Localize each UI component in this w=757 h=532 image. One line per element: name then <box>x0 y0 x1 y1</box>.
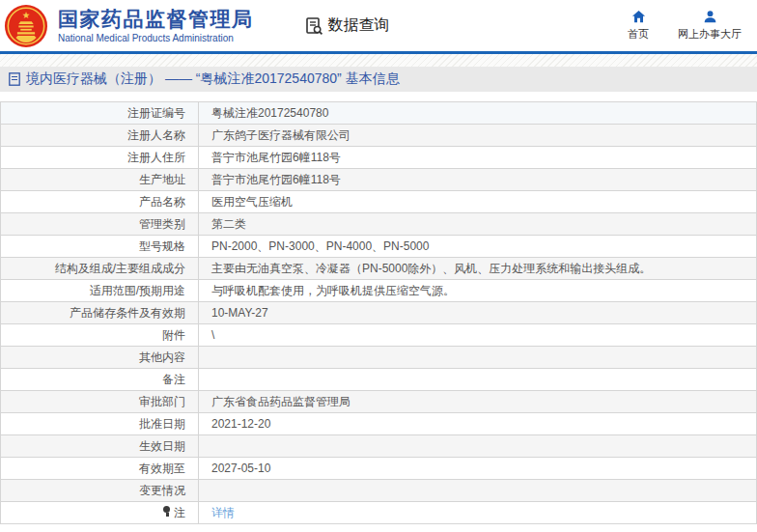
row-label-text: 其他内容 <box>139 350 185 364</box>
row-label: 注册人住所 <box>1 147 199 169</box>
row-value: 2021-12-20 <box>199 413 757 435</box>
row-value: 普宁市池尾竹园6幢118号 <box>199 169 757 191</box>
row-value: 10-MAY-27 <box>199 302 757 324</box>
row-label-text: 有效期至 <box>139 462 185 475</box>
row-value: 粤械注准20172540780 <box>199 102 757 125</box>
table-row: 注册人住所普宁市池尾竹园6幢118号 <box>1 147 757 169</box>
row-value-text: 普宁市池尾竹园6幢118号 <box>211 151 341 164</box>
detail-link[interactable]: 详情 <box>211 506 235 519</box>
row-value <box>199 347 757 369</box>
row-value: 广东省食品药品监督管理局 <box>199 391 757 413</box>
table-row: 型号规格PN-2000、PN-3000、PN-4000、PN-5000 <box>1 236 757 258</box>
row-label: 生产地址 <box>1 169 199 191</box>
row-label-text: 注册人住所 <box>127 151 185 164</box>
row-label-text: 型号规格 <box>139 239 185 253</box>
row-label-text: 适用范围/预期用途 <box>90 284 185 297</box>
row-label: 型号规格 <box>1 236 199 258</box>
page: ★ 国家药品监督管理局 National Medical Products Ad… <box>0 0 757 532</box>
row-label-text: 产品名称 <box>139 195 185 209</box>
gap-strip <box>0 92 757 101</box>
table-row: 审批部门广东省食品药品监督管理局 <box>1 391 757 413</box>
row-label: 变更情况 <box>1 480 199 502</box>
row-value: 普宁市池尾竹园6幢118号 <box>199 147 757 169</box>
table-row: 管理类别第二类 <box>1 213 757 236</box>
row-value: 2027-05-10 <box>199 458 757 480</box>
site-title: 国家药品监督管理局 <box>58 7 254 32</box>
row-label-text: 生效日期 <box>139 439 185 453</box>
row-label-text: 管理类别 <box>139 217 185 231</box>
row-value-text: 2021-12-20 <box>211 417 270 431</box>
header-right-nav: 首页 网上办事大厅 <box>628 10 757 42</box>
nav-online-hall[interactable]: 网上办事大厅 <box>678 10 742 42</box>
table-row: 备注 <box>1 369 757 391</box>
table-row: 注册证编号粤械注准20172540780 <box>1 102 757 125</box>
row-value <box>199 480 757 502</box>
row-value: 医用空气压缩机 <box>199 191 757 213</box>
table-row: 产品储存条件及有效期10-MAY-27 <box>1 302 757 324</box>
nav-data-query[interactable]: 数据查询 <box>304 15 390 36</box>
table-row: 批准日期2021-12-20 <box>1 413 757 435</box>
site-header: ★ 国家药品监督管理局 National Medical Products Ad… <box>0 0 757 54</box>
row-value-text: 广东省食品药品监督管理局 <box>211 395 350 408</box>
row-value-text: 广东鸽子医疗器械有限公司 <box>211 128 350 142</box>
hatch-strip <box>0 54 757 67</box>
table-row: 生产地址普宁市池尾竹园6幢118号 <box>1 169 757 191</box>
document-search-icon <box>304 16 323 36</box>
svg-text:★: ★ <box>22 10 31 20</box>
note-icon <box>162 506 171 518</box>
row-label-text: 备注 <box>162 373 185 386</box>
nav-home[interactable]: 首页 <box>628 10 649 42</box>
row-label: 注 <box>1 502 199 524</box>
row-label: 注册证编号 <box>1 102 199 125</box>
row-value-text: 10-MAY-27 <box>211 306 268 320</box>
row-value-text: 普宁市池尾竹园6幢118号 <box>211 173 341 186</box>
row-value-text: 主要由无油真空泵、冷凝器（PN-5000除外）、风机、压力处理系统和输出接头组成… <box>211 262 651 275</box>
row-label-text: 审批部门 <box>139 395 185 408</box>
table-row: 其他内容 <box>1 347 757 369</box>
row-label-text: 注册人名称 <box>127 128 185 142</box>
row-label: 其他内容 <box>1 347 199 369</box>
table-row: 生效日期 <box>1 435 757 458</box>
table-row: 注详情 <box>1 502 757 524</box>
row-label-text: 附件 <box>162 328 185 342</box>
row-value: 与呼吸机配套使用，为呼吸机提供压缩空气源。 <box>199 280 757 302</box>
row-value: PN-2000、PN-3000、PN-4000、PN-5000 <box>199 236 757 258</box>
row-value-text: 与呼吸机配套使用，为呼吸机提供压缩空气源。 <box>211 284 455 297</box>
row-value: 主要由无油真空泵、冷凝器（PN-5000除外）、风机、压力处理系统和输出接头组成… <box>199 258 757 280</box>
home-icon <box>631 10 646 24</box>
row-value-text: 粤械注准20172540780 <box>211 106 328 120</box>
row-label-text: 批准日期 <box>139 417 185 431</box>
row-value-text: \ <box>211 328 214 342</box>
row-value-text: 医用空气压缩机 <box>211 195 293 209</box>
registration-info-table: 注册证编号粤械注准20172540780注册人名称广东鸽子医疗器械有限公司注册人… <box>0 101 757 524</box>
row-label: 管理类别 <box>1 213 199 236</box>
row-label-text: 生产地址 <box>139 173 185 186</box>
table-row: 注册人名称广东鸽子医疗器械有限公司 <box>1 125 757 147</box>
row-label-text: 注 <box>174 506 185 519</box>
row-label: 有效期至 <box>1 458 199 480</box>
row-label-text: 结构及组成/主要组成成分 <box>55 262 185 275</box>
table-row: 附件\ <box>1 324 757 347</box>
page-icon <box>9 72 20 86</box>
row-value <box>199 435 757 458</box>
row-value-text: 第二类 <box>211 217 246 231</box>
row-value-text: 2027-05-10 <box>211 462 270 475</box>
row-value-text: PN-2000、PN-3000、PN-4000、PN-5000 <box>211 239 429 253</box>
nav-online-hall-label: 网上办事大厅 <box>678 27 742 42</box>
row-value: 详情 <box>199 502 757 524</box>
table-row: 有效期至2027-05-10 <box>1 458 757 480</box>
table-row: 产品名称医用空气压缩机 <box>1 191 757 213</box>
page-title: 境内医疗器械（注册） —— “粤械注准20172540780” 基本信息 <box>26 70 400 88</box>
row-label: 结构及组成/主要组成成分 <box>1 258 199 280</box>
nav-home-label: 首页 <box>628 27 649 42</box>
logo-text: 国家药品监督管理局 National Medical Products Admi… <box>58 7 254 44</box>
table-row: 结构及组成/主要组成成分主要由无油真空泵、冷凝器（PN-5000除外）、风机、压… <box>1 258 757 280</box>
row-label: 产品名称 <box>1 191 199 213</box>
row-label: 批准日期 <box>1 413 199 435</box>
person-icon <box>703 10 717 24</box>
row-label: 适用范围/预期用途 <box>1 280 199 302</box>
row-value <box>199 369 757 391</box>
info-table-body: 注册证编号粤械注准20172540780注册人名称广东鸽子医疗器械有限公司注册人… <box>1 102 757 524</box>
table-row: 变更情况 <box>1 480 757 502</box>
nav-data-query-label: 数据查询 <box>328 15 390 36</box>
